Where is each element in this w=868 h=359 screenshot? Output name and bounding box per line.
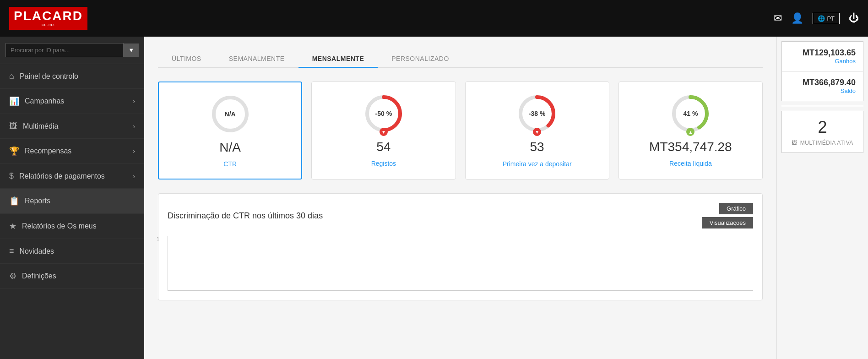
nav-label-rewards: Recompensas: [25, 147, 71, 155]
stat-card-ctr[interactable]: N/A N/A CTR: [158, 82, 302, 180]
sidebar: ▼ ⌂ Painel de controlo 📊 Campanhas › 🖼 M…: [0, 37, 144, 359]
sidebar-item-dashboard[interactable]: ⌂ Painel de controlo: [0, 64, 144, 89]
trend-down-icon: ▼: [380, 128, 388, 136]
saldo-value: MT366,879.40: [789, 78, 856, 87]
tab-ultimos[interactable]: ÚLTIMOS: [158, 50, 215, 68]
grafico-button[interactable]: Gráfico: [719, 203, 753, 214]
stat-value-registos: 54: [376, 140, 391, 154]
donut-label-registos: -50 %: [375, 110, 392, 117]
tab-mensalmente[interactable]: MENSALMENTE: [298, 50, 378, 68]
saldo-label[interactable]: Saldo: [789, 87, 856, 94]
media-card: 2 🖼 MULTIMÉDIA ATIVA: [781, 111, 863, 153]
logo: PLACARD co.mz: [9, 7, 87, 30]
period-tabs: ÚLTIMOSSEMANALMENTEMENSALMENTEPERSONALIZ…: [158, 50, 763, 68]
tab-semanalmente[interactable]: SEMANALMENTE: [215, 50, 298, 68]
nav-icon-reports: 📋: [9, 196, 19, 206]
chevron-icon-multimedia: ›: [133, 123, 135, 130]
sidebar-item-campaigns[interactable]: 📊 Campanhas ›: [0, 89, 144, 114]
header: PLACARD co.mz ✉ 👤 🌐 PT ⏻: [0, 0, 868, 37]
sidebar-search: ▼: [0, 37, 144, 64]
main-layout: ▼ ⌂ Painel de controlo 📊 Campanhas › 🖼 M…: [0, 37, 868, 359]
stat-card-receita[interactable]: 41 % ▲ MT354,747.28 Receita líquida: [618, 82, 763, 180]
stat-label-ctr: CTR: [223, 160, 237, 168]
sidebar-item-payment-reports[interactable]: $ Relatórios de pagamentos ›: [0, 164, 144, 189]
nav-icon-rewards: 🏆: [9, 146, 19, 156]
tab-personalizado[interactable]: PERSONALIZADO: [378, 50, 463, 68]
donut-label-ctr: N/A: [225, 110, 236, 118]
stat-card-registos[interactable]: -50 % ▼ 54 Registos: [311, 82, 456, 180]
search-dropdown-button[interactable]: ▼: [124, 44, 139, 57]
donut-label-receita: 41 %: [683, 110, 698, 117]
chart-header: Discriminação de CTR nos últimos 30 dias…: [168, 203, 753, 228]
header-actions: ✉ 👤 🌐 PT ⏻: [774, 12, 859, 24]
media-label: 🖼 MULTIMÉDIA ATIVA: [792, 140, 853, 146]
sidebar-nav: ⌂ Painel de controlo 📊 Campanhas › 🖼 Mul…: [0, 64, 144, 359]
chart-controls: Gráfico Visualizações: [702, 203, 753, 228]
nav-label-my-reports: Relatórios de Os meus: [22, 222, 97, 230]
nav-icon-multimedia: 🖼: [9, 121, 17, 131]
sidebar-item-settings[interactable]: ⚙ Definições: [0, 264, 144, 289]
nav-label-payment-reports: Relatórios de pagamentos: [19, 172, 105, 180]
ganhos-label[interactable]: Ganhos: [789, 58, 856, 65]
trend-up-icon: ▲: [686, 128, 694, 136]
globe-icon: 🌐: [818, 15, 825, 22]
multimedia-icon: 🖼: [792, 140, 797, 146]
chart-section: Discriminação de CTR nos últimos 30 dias…: [158, 193, 763, 300]
stat-card-primeira-vez[interactable]: -38 % ▼ 53 Primeira vez a depositar: [465, 82, 609, 180]
chevron-icon-campaigns: ›: [133, 98, 135, 105]
stat-value-receita: MT354,747.28: [649, 140, 732, 154]
mail-icon[interactable]: ✉: [774, 12, 782, 24]
sidebar-item-multimedia[interactable]: 🖼 Multimédia ›: [0, 114, 144, 139]
nav-label-settings: Definições: [22, 272, 56, 280]
right-panel: MT129,103.65 Ganhos MT366,879.40 Saldo 2…: [776, 37, 868, 359]
ganhos-value: MT129,103.65: [789, 48, 856, 58]
nav-icon-dashboard: ⌂: [9, 71, 14, 81]
nav-icon-campaigns: 📊: [9, 96, 19, 106]
right-divider: [781, 106, 863, 106]
media-count: 2: [818, 118, 827, 137]
stat-value-primeira-vez: 53: [530, 140, 544, 154]
nav-label-multimedia: Multimédia: [23, 122, 58, 131]
nav-icon-my-reports: ★: [9, 221, 16, 231]
chevron-icon-payment-reports: ›: [133, 173, 135, 180]
donut-ctr: N/A: [210, 93, 251, 135]
logout-icon[interactable]: ⏻: [849, 12, 859, 24]
donut-receita: 41 % ▲: [670, 93, 711, 134]
stat-label-receita: Receita líquida: [669, 160, 712, 167]
nav-icon-news: ≡: [9, 246, 14, 256]
nav-label-campaigns: Campanhas: [25, 97, 64, 105]
sidebar-item-rewards[interactable]: 🏆 Recompensas ›: [0, 139, 144, 164]
stat-label-primeira-vez: Primeira vez a depositar: [503, 160, 572, 168]
nav-icon-payment-reports: $: [9, 171, 14, 181]
user-icon[interactable]: 👤: [791, 12, 803, 24]
chevron-icon-rewards: ›: [133, 147, 135, 155]
nav-label-dashboard: Painel de controlo: [20, 72, 78, 81]
donut-primeira-vez: -38 % ▼: [516, 93, 558, 134]
search-input[interactable]: [5, 43, 124, 57]
language-button[interactable]: 🌐 PT: [813, 13, 840, 24]
trend-down-icon: ▼: [533, 128, 541, 136]
stat-value-ctr: N/A: [219, 140, 241, 155]
sidebar-item-my-reports[interactable]: ★ Relatórios de Os meus: [0, 214, 144, 239]
chart-title: Discriminação de CTR nos últimos 30 dias: [168, 211, 323, 221]
logo-sub: co.mz: [42, 22, 55, 27]
main-content: ÚLTIMOSSEMANALMENTEMENSALMENTEPERSONALIZ…: [144, 37, 776, 359]
donut-registos: -50 % ▼: [363, 93, 404, 134]
stat-cards: N/A N/A CTR -50 % ▼ 54 Registos -38 %: [158, 82, 763, 180]
stat-label-registos: Registos: [371, 160, 396, 167]
logo-text: PLACARD: [14, 10, 83, 22]
nav-label-news: Novidades: [20, 247, 54, 256]
saldo-card: MT366,879.40 Saldo: [781, 71, 863, 101]
nav-label-reports: Reports: [25, 197, 50, 205]
donut-label-primeira-vez: -38 %: [529, 110, 546, 117]
nav-icon-settings: ⚙: [9, 271, 16, 281]
sidebar-item-reports[interactable]: 📋 Reports: [0, 189, 144, 214]
ganhos-card: MT129,103.65 Ganhos: [781, 41, 863, 71]
visualizacoes-button[interactable]: Visualizações: [702, 217, 753, 228]
chart-y-label: 1: [157, 236, 159, 241]
sidebar-item-news[interactable]: ≡ Novidades: [0, 239, 144, 264]
chart-area: 1: [168, 236, 753, 291]
